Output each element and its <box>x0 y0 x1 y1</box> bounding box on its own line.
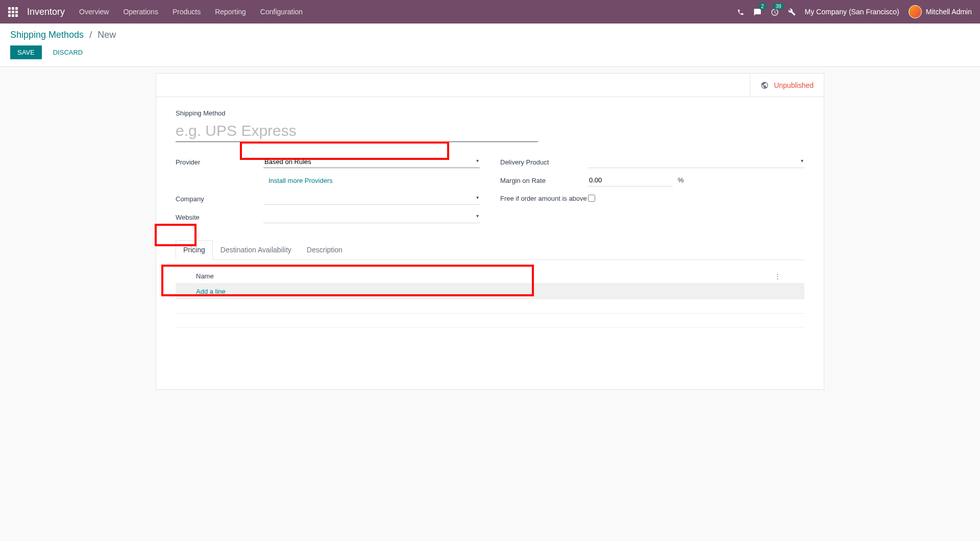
free-above-checkbox[interactable] <box>588 195 595 202</box>
breadcrumb-current: New <box>97 30 116 40</box>
chat-icon[interactable]: 2 <box>753 7 762 16</box>
margin-label: Margin on Rate <box>500 177 588 184</box>
breadcrumb-parent[interactable]: Shipping Methods <box>10 30 84 40</box>
company-selector[interactable]: My Company (San Francisco) <box>805 8 899 16</box>
navbar-right: 2 39 My Company (San Francisco) Mitchell… <box>737 5 972 18</box>
website-select[interactable] <box>263 211 480 223</box>
company-select[interactable] <box>263 193 480 205</box>
provider-label: Provider <box>176 158 263 166</box>
nav-products[interactable]: Products <box>173 8 201 16</box>
install-providers-link[interactable]: Install more Providers <box>268 177 333 184</box>
margin-input[interactable] <box>588 174 673 186</box>
nav-operations[interactable]: Operations <box>123 8 158 16</box>
activity-badge: 39 <box>773 3 783 10</box>
shipping-method-input[interactable] <box>176 120 538 142</box>
col-name: Name <box>196 272 771 280</box>
phone-icon[interactable] <box>737 8 744 16</box>
discard-button[interactable]: DISCARD <box>48 45 88 59</box>
add-line-link[interactable]: Add a line <box>196 288 226 295</box>
form-sheet: Unpublished Shipping Method Provider Bas… <box>156 73 824 390</box>
tabs: Pricing Destination Availability Descrip… <box>176 240 804 260</box>
breadcrumb: Shipping Methods / New <box>10 30 970 40</box>
user-menu[interactable]: Mitchell Admin <box>909 5 972 18</box>
empty-row <box>176 314 804 328</box>
apps-icon[interactable] <box>8 7 18 17</box>
tab-content-pricing: Name ⋮ Add a line <box>176 260 804 328</box>
user-name: Mitchell Admin <box>926 8 972 16</box>
app-brand[interactable]: Inventory <box>27 7 65 17</box>
delivery-product-label: Delivery Product <box>500 158 588 166</box>
top-navbar: Inventory Overview Operations Products R… <box>0 0 980 23</box>
nav-reporting[interactable]: Reporting <box>215 8 246 16</box>
kebab-icon[interactable]: ⋮ <box>771 272 784 280</box>
avatar <box>909 5 922 18</box>
provider-select[interactable]: Based on Rules <box>263 156 480 168</box>
globe-icon <box>761 81 769 89</box>
unpublished-toggle[interactable]: Unpublished <box>750 74 824 97</box>
activity-icon[interactable]: 39 <box>771 7 779 16</box>
tab-pricing[interactable]: Pricing <box>176 240 213 260</box>
chat-badge: 2 <box>758 3 767 10</box>
margin-unit: % <box>678 176 684 184</box>
company-label: Company <box>176 195 263 203</box>
tab-destination[interactable]: Destination Availability <box>213 240 299 260</box>
free-above-label: Free if order amount is above <box>500 195 588 203</box>
nav-configuration[interactable]: Configuration <box>260 8 303 16</box>
tools-icon[interactable] <box>788 8 796 16</box>
delivery-product-select[interactable] <box>588 156 804 168</box>
shipping-method-label: Shipping Method <box>176 109 804 117</box>
empty-row <box>176 299 804 314</box>
tab-description[interactable]: Description <box>299 240 350 260</box>
nav-links: Overview Operations Products Reporting C… <box>79 8 303 16</box>
unpublished-label: Unpublished <box>774 81 814 89</box>
nav-overview[interactable]: Overview <box>79 8 109 16</box>
website-label: Website <box>176 214 263 221</box>
action-bar: Shipping Methods / New SAVE DISCARD <box>0 23 980 67</box>
save-button[interactable]: SAVE <box>10 45 42 59</box>
